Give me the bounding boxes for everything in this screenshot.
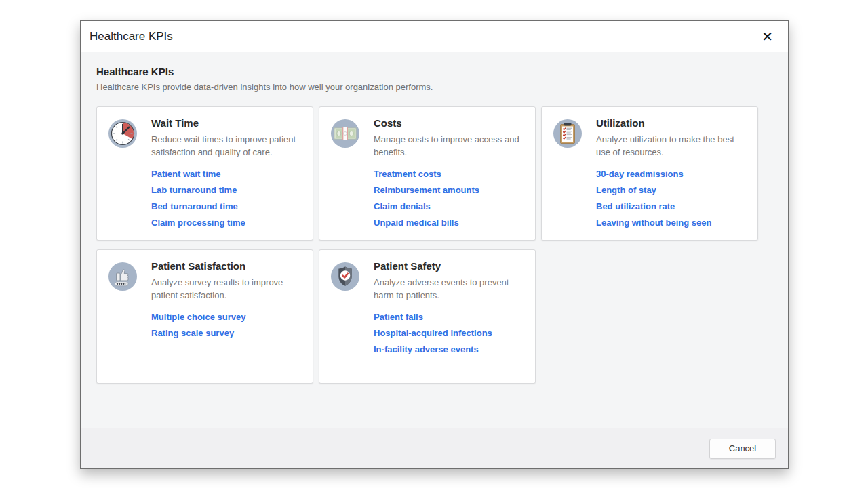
kpi-link-claim-processing-time[interactable]: Claim processing time — [151, 218, 302, 228]
cancel-button[interactable]: Cancel — [709, 439, 776, 459]
card-title: Patient Safety — [374, 260, 524, 272]
clock-icon — [108, 119, 138, 148]
kpi-link-claim-denials[interactable]: Claim denials — [374, 201, 524, 211]
kpi-cards-grid: Wait Time Reduce wait times to improve p… — [96, 106, 772, 384]
kpi-link-patient-falls[interactable]: Patient falls — [374, 312, 524, 322]
kpi-link-leaving-without-being-seen[interactable]: Leaving without being seen — [596, 218, 747, 228]
page-subtitle: Healthcare KPIs provide data-driven insi… — [96, 82, 772, 92]
card-title: Wait Time — [151, 117, 302, 129]
healthcare-kpis-dialog: Healthcare KPIs ✕ Healthcare KPIs Health… — [80, 20, 789, 469]
clipboard-checklist-icon — [553, 119, 583, 148]
card-description: Reduce wait times to improve patient sat… — [151, 134, 302, 159]
card-title: Costs — [374, 117, 524, 129]
kpi-card-wait-time: Wait Time Reduce wait times to improve p… — [96, 106, 313, 241]
kpi-link-in-facility-adverse-events[interactable]: In-facility adverse events — [374, 344, 524, 354]
kpi-link-patient-wait-time[interactable]: Patient wait time — [151, 169, 302, 179]
kpi-link-reimbursement-amounts[interactable]: Reimbursement amounts — [374, 185, 524, 195]
card-description: Manage costs to improve access and benef… — [374, 134, 524, 159]
kpi-link-treatment-costs[interactable]: Treatment costs — [374, 169, 524, 179]
close-icon[interactable]: ✕ — [759, 28, 776, 45]
kpi-card-patient-satisfaction: Patient Satisfaction Analyze survey resu… — [96, 249, 313, 384]
kpi-link-30-day-readmissions[interactable]: 30-day readmissions — [596, 169, 747, 179]
money-icon — [330, 119, 360, 148]
kpi-link-rating-scale-survey[interactable]: Rating scale survey — [151, 328, 302, 338]
dialog-body: Healthcare KPIs Healthcare KPIs provide … — [81, 52, 788, 428]
thumbs-up-icon — [108, 262, 138, 291]
dialog-footer: Cancel — [81, 428, 788, 468]
kpi-card-utilization: Utilization Analyze utilization to make … — [541, 106, 758, 241]
dialog-title: Healthcare KPIs — [90, 30, 173, 43]
kpi-link-bed-turnaround-time[interactable]: Bed turnaround time — [151, 201, 302, 211]
card-title: Utilization — [596, 117, 747, 129]
card-description: Analyze utilization to make the best use… — [596, 134, 747, 159]
card-description: Analyze survey results to improve patien… — [151, 277, 302, 302]
page-title: Healthcare KPIs — [96, 66, 772, 77]
kpi-link-lab-turnaround-time[interactable]: Lab turnaround time — [151, 185, 302, 195]
kpi-card-patient-safety: Patient Safety Analyze adverse events to… — [319, 249, 536, 384]
kpi-link-hospital-acquired-infections[interactable]: Hospital-acquired infections — [374, 328, 524, 338]
kpi-card-costs: Costs Manage costs to improve access and… — [319, 106, 536, 241]
kpi-link-multiple-choice-survey[interactable]: Multiple choice survey — [151, 312, 302, 322]
card-description: Analyze adverse events to prevent harm t… — [374, 277, 524, 302]
shield-check-icon — [330, 262, 360, 291]
kpi-link-bed-utilization-rate[interactable]: Bed utilization rate — [596, 201, 747, 211]
dialog-titlebar: Healthcare KPIs ✕ — [81, 21, 788, 52]
kpi-link-unpaid-medical-bills[interactable]: Unpaid medical bills — [374, 218, 524, 228]
card-title: Patient Satisfaction — [151, 260, 302, 272]
kpi-link-length-of-stay[interactable]: Length of stay — [596, 185, 747, 195]
